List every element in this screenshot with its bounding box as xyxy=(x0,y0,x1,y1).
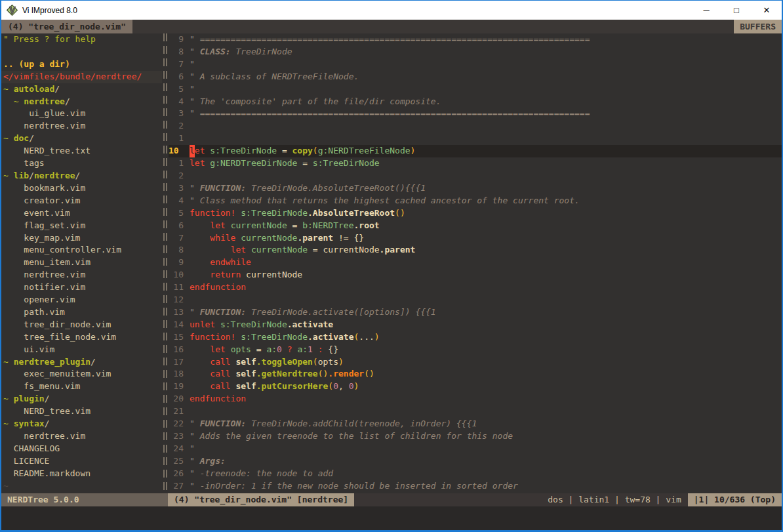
tree-item-file[interactable]: menu_item.vim xyxy=(1,256,162,269)
line-number: 15 xyxy=(169,331,190,344)
code-line[interactable]: 11endfunction xyxy=(169,281,782,294)
code-line[interactable]: 16 let opts = a:0 ? a:1 : {} xyxy=(169,344,782,356)
code-line[interactable]: 1let g:NERDTreeDirNode = s:TreeDirNode xyxy=(169,157,782,170)
tree-item-file[interactable]: path.vim xyxy=(1,306,162,319)
code-line[interactable]: 5" xyxy=(169,83,782,96)
code-line[interactable]: 1 xyxy=(169,133,782,145)
code-lines: 9" =====================================… xyxy=(169,33,782,493)
code-line[interactable]: 12 xyxy=(169,294,782,306)
tree-item-dir[interactable]: ~ plugin/ xyxy=(1,393,162,405)
code-line[interactable]: 8" CLASS: TreeDirNode xyxy=(169,46,782,58)
tree-item-up[interactable]: .. (up a dir) xyxy=(1,58,162,71)
tree-item-file[interactable]: NERD_tree.txt xyxy=(1,145,162,157)
tree-item-file[interactable]: CHANGELOG xyxy=(1,443,162,455)
tree-item-file[interactable]: nerdtree.vim xyxy=(1,430,162,443)
code-line[interactable]: 2 xyxy=(169,120,782,133)
line-number: 3 xyxy=(169,108,190,120)
close-button[interactable]: ✕ xyxy=(752,1,782,20)
tree-item-dir[interactable]: ~ syntax/ xyxy=(1,418,162,430)
line-number: 9 xyxy=(169,33,190,46)
code-line[interactable]: 10let s:TreeDirNode = copy(g:NERDTreeFil… xyxy=(169,145,782,157)
line-number: 2 xyxy=(169,170,190,182)
code-line[interactable]: 3" =====================================… xyxy=(169,108,782,120)
tree-item-file[interactable]: NERD_tree.vim xyxy=(1,405,162,418)
code-line[interactable]: 13" FUNCTION: TreeDirNode.activate([opti… xyxy=(169,306,782,319)
code-line[interactable]: 21 xyxy=(169,405,782,418)
tree-item-dir[interactable]: ~ nerdtree_plugin/ xyxy=(1,356,162,369)
tree-item-dir[interactable]: ~ doc/ xyxy=(1,133,162,145)
code-line[interactable]: 6 let currentNode = b:NERDTree.root xyxy=(169,220,782,232)
window-separator[interactable] xyxy=(162,33,169,493)
tree-item-file[interactable]: tree_file_node.vim xyxy=(1,331,162,344)
tree-item-file[interactable]: menu_controller.vim xyxy=(1,244,162,256)
tree-item-file[interactable]: notifier.vim xyxy=(1,281,162,294)
code-line[interactable]: 10 return currentNode xyxy=(169,269,782,281)
tab-tree-dir-node[interactable]: (4) "tree_dir_node.vim" xyxy=(1,20,132,33)
tree-item-file[interactable]: fs_menu.vim xyxy=(1,380,162,393)
code-line[interactable]: 22" FUNCTION: TreeDirNode.addChild(treen… xyxy=(169,418,782,430)
line-number: 10 xyxy=(169,269,190,281)
line-number: 19 xyxy=(169,380,190,393)
code-line[interactable]: 20endfunction xyxy=(169,393,782,405)
line-number: 5 xyxy=(169,83,190,96)
code-line[interactable]: 27" -inOrder: 1 if the new node should b… xyxy=(169,480,782,493)
tree-item-file[interactable]: exec_menuitem.vim xyxy=(1,368,162,380)
line-number: 6 xyxy=(169,220,190,232)
code-line[interactable]: 15function! s:TreeDirNode.activate(...) xyxy=(169,331,782,344)
line-number: 16 xyxy=(169,344,190,356)
code-line[interactable]: 9 endwhile xyxy=(169,256,782,269)
tree-item-dir[interactable]: ~ lib/nerdtree/ xyxy=(1,170,162,182)
command-line[interactable] xyxy=(1,506,782,530)
code-line[interactable]: 6" A subclass of NERDTreeFileNode. xyxy=(169,71,782,83)
tree-item-file[interactable]: event.vim xyxy=(1,207,162,220)
line-number: 24 xyxy=(169,443,190,455)
tree-item-file[interactable]: tags xyxy=(1,157,162,170)
tabbar-spacer xyxy=(132,20,734,33)
code-line[interactable]: 8 let currentNode = currentNode.parent xyxy=(169,244,782,256)
code-line[interactable]: 4" Class method that returns the highest… xyxy=(169,195,782,207)
tree-item-file[interactable]: nerdtree.vim xyxy=(1,269,162,281)
maximize-button[interactable]: □ xyxy=(721,1,752,20)
code-line[interactable]: 4" The 'composite' part of the file/dir … xyxy=(169,96,782,108)
tree-item-root[interactable]: </vimfiles/bundle/nerdtree/ xyxy=(1,71,162,83)
tree-item-dir[interactable]: ~ autoload/ xyxy=(1,83,162,96)
code-line[interactable]: 25" Args: xyxy=(169,455,782,468)
line-number: 5 xyxy=(169,207,190,220)
tree-item-help: " Press ? for help xyxy=(1,33,162,46)
code-line[interactable]: 7" xyxy=(169,58,782,71)
line-number: 8 xyxy=(169,46,190,58)
code-line[interactable]: 2 xyxy=(169,170,782,182)
code-line[interactable]: 17 call self.toggleOpen(opts) xyxy=(169,356,782,369)
line-number: 12 xyxy=(169,294,190,306)
code-line[interactable]: 3" FUNCTION: TreeDirNode.AbsoluteTreeRoo… xyxy=(169,182,782,195)
status-bar: NERDTree 5.0.0 (4) "tree_dir_node.vim" [… xyxy=(1,493,782,506)
code-line[interactable]: 19 call self.putCursorHere(0, 0) xyxy=(169,380,782,393)
status-position: |1| 10/636 (Top) xyxy=(688,493,782,506)
tree-item-dir[interactable]: ~ nerdtree/ xyxy=(1,96,162,108)
code-line[interactable]: 24" xyxy=(169,443,782,455)
tree-item-file[interactable]: README.markdown xyxy=(1,468,162,480)
code-line[interactable]: 7 while currentNode.parent != {} xyxy=(169,232,782,245)
code-line[interactable]: 23" Adds the given treenode to the list … xyxy=(169,430,782,443)
line-number: 6 xyxy=(169,71,190,83)
line-number: 2 xyxy=(169,120,190,133)
window-title: Vi IMproved 8.0 xyxy=(22,6,77,15)
tree-item-file[interactable]: creator.vim xyxy=(1,195,162,207)
code-line[interactable]: 18 call self.getNerdtree().render() xyxy=(169,368,782,380)
tree-item-file[interactable]: ui.vim xyxy=(1,344,162,356)
code-line[interactable]: 5function! s:TreeDirNode.AbsoluteTreeRoo… xyxy=(169,207,782,220)
minimize-button[interactable]: ─ xyxy=(691,1,721,20)
tree-item-file[interactable]: tree_dir_node.vim xyxy=(1,319,162,331)
code-line[interactable]: 26" -treenode: the node to add xyxy=(169,468,782,480)
editor-area: " Press ? for help.. (up a dir)</vimfile… xyxy=(1,33,782,493)
tree-item-file[interactable]: ui_glue.vim xyxy=(1,108,162,120)
tree-item-file[interactable]: flag_set.vim xyxy=(1,220,162,232)
tree-item-file[interactable]: key_map.vim xyxy=(1,232,162,245)
code-line[interactable]: 14unlet s:TreeDirNode.activate xyxy=(169,319,782,331)
line-number: 27 xyxy=(169,480,190,493)
code-line[interactable]: 9" =====================================… xyxy=(169,33,782,46)
tree-item-file[interactable]: opener.vim xyxy=(1,294,162,306)
tree-item-file[interactable]: bookmark.vim xyxy=(1,182,162,195)
tree-item-file[interactable]: nerdtree.vim xyxy=(1,120,162,133)
tree-item-file[interactable]: LICENCE xyxy=(1,455,162,468)
